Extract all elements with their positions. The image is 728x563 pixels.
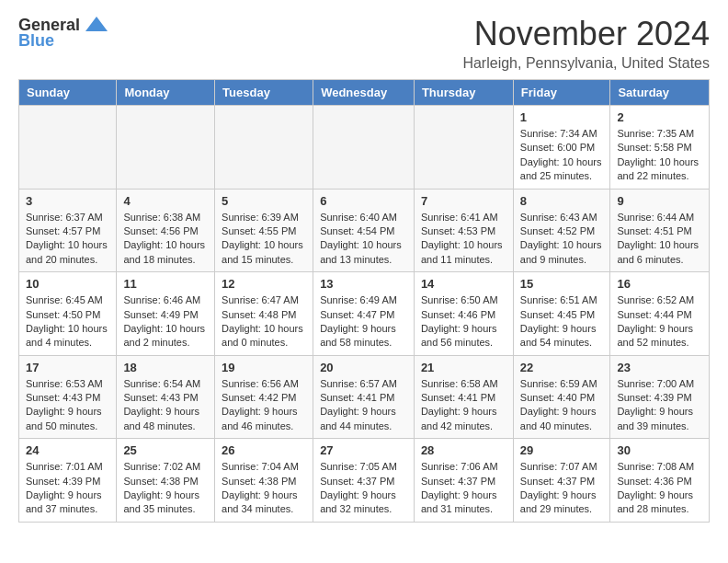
day-number: 16 bbox=[617, 277, 702, 291]
day-info: Sunrise: 7:06 AM Sunset: 4:37 PM Dayligh… bbox=[421, 460, 506, 517]
day-number: 17 bbox=[26, 361, 109, 374]
calendar-cell: 11Sunrise: 6:46 AM Sunset: 4:49 PM Dayli… bbox=[117, 272, 215, 356]
day-number: 8 bbox=[520, 194, 604, 208]
day-number: 29 bbox=[520, 443, 604, 457]
calendar-cell: 10Sunrise: 6:45 AM Sunset: 4:50 PM Dayli… bbox=[19, 272, 117, 356]
calendar-cell: 9Sunrise: 6:44 AM Sunset: 4:51 PM Daylig… bbox=[610, 189, 710, 272]
day-info: Sunrise: 6:53 AM Sunset: 4:43 PM Dayligh… bbox=[26, 377, 109, 434]
calendar-cell: 29Sunrise: 7:07 AM Sunset: 4:37 PM Dayli… bbox=[513, 439, 610, 523]
day-number: 30 bbox=[617, 443, 702, 457]
calendar-week: 1Sunrise: 7:34 AM Sunset: 6:00 PM Daylig… bbox=[19, 106, 710, 190]
calendar-cell: 17Sunrise: 6:53 AM Sunset: 4:43 PM Dayli… bbox=[19, 355, 117, 439]
day-info: Sunrise: 6:44 AM Sunset: 4:51 PM Dayligh… bbox=[617, 211, 702, 268]
calendar-cell: 22Sunrise: 6:59 AM Sunset: 4:40 PM Dayli… bbox=[513, 355, 610, 439]
day-info: Sunrise: 6:49 AM Sunset: 4:47 PM Dayligh… bbox=[320, 293, 407, 350]
day-number: 15 bbox=[520, 277, 604, 291]
day-info: Sunrise: 6:52 AM Sunset: 4:44 PM Dayligh… bbox=[617, 293, 702, 350]
day-info: Sunrise: 7:34 AM Sunset: 6:00 PM Dayligh… bbox=[520, 127, 604, 184]
header: General Blue November 2024 Harleigh, Pen… bbox=[18, 15, 710, 72]
day-info: Sunrise: 7:01 AM Sunset: 4:39 PM Dayligh… bbox=[26, 460, 109, 517]
weekday-header: Tuesday bbox=[215, 80, 313, 106]
day-number: 24 bbox=[26, 443, 109, 457]
svg-marker-0 bbox=[85, 17, 108, 31]
calendar-cell: 24Sunrise: 7:01 AM Sunset: 4:39 PM Dayli… bbox=[19, 439, 117, 523]
calendar-week: 10Sunrise: 6:45 AM Sunset: 4:50 PM Dayli… bbox=[19, 272, 710, 356]
calendar-week: 3Sunrise: 6:37 AM Sunset: 4:57 PM Daylig… bbox=[19, 189, 710, 272]
day-number: 22 bbox=[520, 361, 604, 374]
weekday-header: Wednesday bbox=[313, 80, 415, 106]
day-info: Sunrise: 7:00 AM Sunset: 4:39 PM Dayligh… bbox=[617, 377, 702, 434]
day-info: Sunrise: 6:41 AM Sunset: 4:53 PM Dayligh… bbox=[421, 211, 506, 268]
calendar-cell: 4Sunrise: 6:38 AM Sunset: 4:56 PM Daylig… bbox=[117, 189, 215, 272]
day-info: Sunrise: 7:08 AM Sunset: 4:36 PM Dayligh… bbox=[617, 460, 702, 517]
day-number: 13 bbox=[320, 277, 407, 291]
day-number: 6 bbox=[320, 194, 407, 208]
weekday-header: Sunday bbox=[19, 80, 117, 106]
calendar-cell: 16Sunrise: 6:52 AM Sunset: 4:44 PM Dayli… bbox=[610, 272, 710, 356]
calendar-cell bbox=[117, 106, 215, 190]
weekday-header: Friday bbox=[513, 80, 610, 106]
calendar-cell: 7Sunrise: 6:41 AM Sunset: 4:53 PM Daylig… bbox=[414, 189, 513, 272]
logo-blue: Blue bbox=[18, 31, 54, 51]
weekday-header: Saturday bbox=[610, 80, 710, 106]
day-info: Sunrise: 6:47 AM Sunset: 4:48 PM Dayligh… bbox=[222, 293, 306, 350]
calendar-cell: 1Sunrise: 7:34 AM Sunset: 6:00 PM Daylig… bbox=[513, 106, 610, 190]
weekday-header: Monday bbox=[117, 80, 215, 106]
day-info: Sunrise: 6:40 AM Sunset: 4:54 PM Dayligh… bbox=[320, 211, 407, 268]
day-number: 9 bbox=[617, 194, 702, 208]
day-number: 27 bbox=[320, 443, 407, 457]
day-info: Sunrise: 6:56 AM Sunset: 4:42 PM Dayligh… bbox=[222, 377, 306, 434]
calendar-cell: 14Sunrise: 6:50 AM Sunset: 4:46 PM Dayli… bbox=[414, 272, 513, 356]
calendar-cell: 23Sunrise: 7:00 AM Sunset: 4:39 PM Dayli… bbox=[610, 355, 710, 439]
calendar-cell: 8Sunrise: 6:43 AM Sunset: 4:52 PM Daylig… bbox=[513, 189, 610, 272]
day-number: 10 bbox=[26, 277, 109, 291]
calendar-cell: 2Sunrise: 7:35 AM Sunset: 5:58 PM Daylig… bbox=[610, 106, 710, 190]
day-info: Sunrise: 6:58 AM Sunset: 4:41 PM Dayligh… bbox=[421, 377, 506, 434]
calendar-cell bbox=[215, 106, 313, 190]
day-info: Sunrise: 6:51 AM Sunset: 4:45 PM Dayligh… bbox=[520, 293, 604, 350]
day-info: Sunrise: 6:57 AM Sunset: 4:41 PM Dayligh… bbox=[320, 377, 407, 434]
calendar-cell: 20Sunrise: 6:57 AM Sunset: 4:41 PM Dayli… bbox=[313, 355, 415, 439]
page: General Blue November 2024 Harleigh, Pen… bbox=[0, 0, 728, 537]
day-number: 5 bbox=[222, 194, 306, 208]
day-number: 3 bbox=[26, 194, 109, 208]
day-info: Sunrise: 6:54 AM Sunset: 4:43 PM Dayligh… bbox=[123, 377, 208, 434]
day-number: 2 bbox=[617, 110, 702, 124]
day-info: Sunrise: 6:59 AM Sunset: 4:40 PM Dayligh… bbox=[520, 377, 604, 434]
weekday-header: Thursday bbox=[414, 80, 513, 106]
calendar-cell: 25Sunrise: 7:02 AM Sunset: 4:38 PM Dayli… bbox=[117, 439, 215, 523]
day-number: 26 bbox=[222, 443, 306, 457]
location: Harleigh, Pennsylvania, United States bbox=[462, 55, 710, 72]
calendar-cell: 21Sunrise: 6:58 AM Sunset: 4:41 PM Dayli… bbox=[414, 355, 513, 439]
day-info: Sunrise: 6:39 AM Sunset: 4:55 PM Dayligh… bbox=[222, 211, 306, 268]
day-info: Sunrise: 7:05 AM Sunset: 4:37 PM Dayligh… bbox=[320, 460, 407, 517]
day-number: 23 bbox=[617, 361, 702, 374]
day-info: Sunrise: 6:50 AM Sunset: 4:46 PM Dayligh… bbox=[421, 293, 506, 350]
calendar-cell: 28Sunrise: 7:06 AM Sunset: 4:37 PM Dayli… bbox=[414, 439, 513, 523]
day-number: 11 bbox=[123, 277, 208, 291]
day-number: 1 bbox=[520, 110, 604, 124]
day-info: Sunrise: 7:07 AM Sunset: 4:37 PM Dayligh… bbox=[520, 460, 604, 517]
day-number: 18 bbox=[123, 361, 208, 374]
day-info: Sunrise: 6:38 AM Sunset: 4:56 PM Dayligh… bbox=[123, 211, 208, 268]
calendar-table: SundayMondayTuesdayWednesdayThursdayFrid… bbox=[18, 79, 710, 523]
calendar-cell: 26Sunrise: 7:04 AM Sunset: 4:38 PM Dayli… bbox=[215, 439, 313, 523]
day-number: 7 bbox=[421, 194, 506, 208]
day-info: Sunrise: 6:43 AM Sunset: 4:52 PM Dayligh… bbox=[520, 211, 604, 268]
calendar-cell: 27Sunrise: 7:05 AM Sunset: 4:37 PM Dayli… bbox=[313, 439, 415, 523]
day-info: Sunrise: 7:02 AM Sunset: 4:38 PM Dayligh… bbox=[123, 460, 208, 517]
calendar-cell: 15Sunrise: 6:51 AM Sunset: 4:45 PM Dayli… bbox=[513, 272, 610, 356]
day-number: 4 bbox=[123, 194, 208, 208]
calendar-cell bbox=[19, 106, 117, 190]
calendar-cell: 19Sunrise: 6:56 AM Sunset: 4:42 PM Dayli… bbox=[215, 355, 313, 439]
calendar-cell: 5Sunrise: 6:39 AM Sunset: 4:55 PM Daylig… bbox=[215, 189, 313, 272]
calendar-cell: 6Sunrise: 6:40 AM Sunset: 4:54 PM Daylig… bbox=[313, 189, 415, 272]
calendar-cell: 30Sunrise: 7:08 AM Sunset: 4:36 PM Dayli… bbox=[610, 439, 710, 523]
title-block: November 2024 Harleigh, Pennsylvania, Un… bbox=[462, 15, 710, 72]
calendar-cell: 13Sunrise: 6:49 AM Sunset: 4:47 PM Dayli… bbox=[313, 272, 415, 356]
day-number: 12 bbox=[222, 277, 306, 291]
day-number: 14 bbox=[421, 277, 506, 291]
day-info: Sunrise: 7:04 AM Sunset: 4:38 PM Dayligh… bbox=[222, 460, 306, 517]
logo-icon bbox=[84, 15, 109, 35]
calendar-week: 17Sunrise: 6:53 AM Sunset: 4:43 PM Dayli… bbox=[19, 355, 710, 439]
